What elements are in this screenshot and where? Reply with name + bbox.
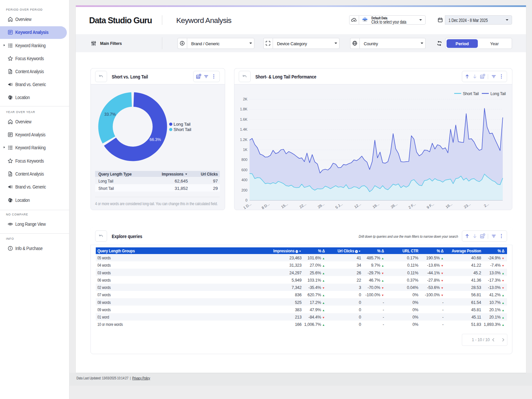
svg-text:1.2K: 1.2K <box>240 138 248 142</box>
svg-text:1.8K: 1.8K <box>240 107 248 111</box>
svg-text:2 F...: 2 F... <box>408 202 416 209</box>
svg-text:23...: 23... <box>463 202 471 209</box>
svg-text:26...: 26... <box>390 202 398 209</box>
svg-text:16...: 16... <box>445 202 453 209</box>
svg-text:800: 800 <box>241 158 247 162</box>
svg-text:9 F...: 9 F... <box>426 202 435 209</box>
svg-text:200: 200 <box>241 188 247 192</box>
svg-text:400: 400 <box>241 178 247 182</box>
svg-text:2K: 2K <box>243 97 248 101</box>
svg-text:1.4K: 1.4K <box>240 127 248 131</box>
svg-text:29...: 29... <box>317 202 325 209</box>
svg-text:1.6K: 1.6K <box>240 117 248 121</box>
svg-text:1 D...: 1 D... <box>243 202 252 210</box>
svg-text:66.3%: 66.3% <box>150 137 161 142</box>
svg-text:33.7%: 33.7% <box>104 112 116 117</box>
svg-text:1K: 1K <box>243 148 248 152</box>
svg-text:Long Tail: Long Tail <box>490 91 506 96</box>
svg-text:600: 600 <box>241 168 247 172</box>
svg-text:22...: 22... <box>299 202 307 209</box>
svg-text:12...: 12... <box>353 202 361 209</box>
svg-text:Long Tail: Long Tail <box>174 122 191 127</box>
svg-text:2...: 2... <box>483 202 489 208</box>
svg-text:Short Tail: Short Tail <box>174 127 191 132</box>
svg-text:Short Tail: Short Tail <box>463 91 479 96</box>
svg-text:19...: 19... <box>372 202 380 209</box>
svg-text:8 D...: 8 D... <box>261 202 270 210</box>
svg-text:5 J...: 5 J... <box>334 202 343 209</box>
svg-text:0: 0 <box>245 198 247 202</box>
svg-text:15...: 15... <box>280 202 288 209</box>
